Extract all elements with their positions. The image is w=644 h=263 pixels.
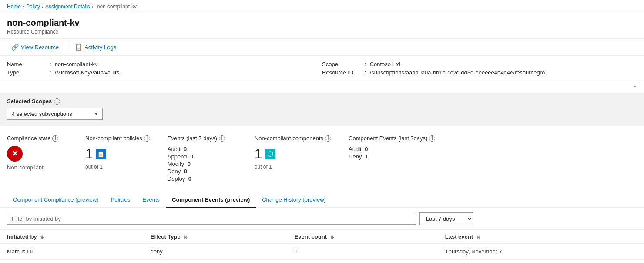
tab-policies[interactable]: Policies [105, 192, 137, 208]
info-scope-sep: : [365, 61, 366, 67]
collapse-icon: ⌃ [633, 85, 637, 91]
comp-event-audit: Audit 0 [349, 146, 435, 152]
event-audit: Audit 0 [168, 146, 237, 152]
tab-component-compliance[interactable]: Component Compliance (preview) [7, 192, 105, 208]
info-resource-id-sep: : [365, 69, 366, 76]
scope-dropdown[interactable]: 4 selected subscriptions [7, 108, 103, 120]
col-last-event: Last event ⇅ [438, 230, 644, 244]
scopes-info-icon[interactable]: i [54, 98, 60, 105]
page-title: non-compliant-kv [7, 18, 637, 28]
breadcrumb-policy[interactable]: Policy [26, 3, 40, 10]
tab-policies-label: Policies [111, 196, 131, 203]
tab-component-events[interactable]: Component Events (preview) [166, 192, 256, 208]
non-compliant-policies-block: Non-compliant policies i 1 out of 1 [85, 135, 150, 183]
filter-input[interactable] [7, 213, 416, 225]
non-compliant-components-info-icon[interactable]: i [325, 135, 331, 142]
info-resource-id-value: /subscriptions/aaaa0a0a-bb1b-cc2c-dd3d-e… [370, 69, 545, 76]
component-events-title: Component Events (last 7days) i [349, 135, 435, 142]
filter-bar: Last 7 days Last 30 days Custom range [0, 208, 644, 230]
component-icon [265, 149, 275, 159]
info-type-label: Type [7, 69, 46, 76]
event-deny-value: 0 [184, 168, 187, 175]
non-compliant-policies-label: Non-compliant policies [85, 135, 142, 142]
collapse-bar[interactable]: ⌃ [0, 83, 644, 93]
cell-event-count: 1 [288, 244, 438, 260]
tab-events-label: Events [142, 196, 160, 203]
comp-event-deny-label: Deny [349, 153, 363, 160]
chevron-down-icon [94, 113, 98, 115]
toolbar: 🔗 View Resource 📋 Activity Logs [0, 39, 644, 56]
breadcrumb: Home › Policy › Assignment Details › non… [0, 0, 644, 13]
tab-change-history-label: Change History (preview) [262, 196, 326, 203]
non-compliant-components-block: Non-compliant components i 1 out of 1 [255, 135, 331, 183]
tab-events[interactable]: Events [136, 192, 166, 208]
event-append-value: 0 [190, 153, 193, 160]
non-compliant-components-label: Non-compliant components [255, 135, 323, 142]
page-subtitle: Resource Compliance [7, 29, 637, 35]
breadcrumb-assignment-details[interactable]: Assignment Details [45, 3, 90, 10]
events-info-icon[interactable]: i [219, 135, 225, 142]
non-compliant-components-count: 1 [255, 146, 331, 162]
component-events-block: Component Events (last 7days) i Audit 0 … [349, 135, 435, 183]
tab-component-events-label: Component Events (preview) [172, 196, 250, 203]
col-effect-type-label: Effect Type [151, 233, 181, 240]
view-resource-label: View Resource [21, 44, 59, 51]
comp-event-deny: Deny 1 [349, 153, 435, 160]
non-compliant-policies-info-icon[interactable]: i [144, 135, 150, 142]
col-initiated-by: Initiated by ⇅ [0, 230, 144, 244]
non-compliant-policies-count: 1 [85, 146, 150, 162]
component-events-info-icon[interactable]: i [429, 135, 435, 142]
compliance-state-info-icon[interactable]: i [52, 135, 58, 142]
col-effect-type-sort[interactable]: ⇅ [184, 235, 187, 239]
col-initiated-by-label: Initiated by [7, 233, 37, 240]
cell-last-event: Thursday, November 7, [438, 244, 644, 260]
cell-initiated-by: Marcus Lil [0, 244, 144, 260]
col-initiated-by-sort[interactable]: ⇅ [40, 235, 44, 239]
scope-dropdown-value: 4 selected subscriptions [12, 111, 72, 117]
non-compliant-components-title: Non-compliant components i [255, 135, 331, 142]
view-resource-button[interactable]: 🔗 View Resource [7, 41, 63, 53]
event-audit-value: 0 [184, 146, 187, 152]
info-right: Scope : Contoso Ltd. Resource ID : /subs… [322, 61, 637, 78]
compliance-state-title: Compliance state i [7, 135, 68, 142]
event-append-label: Append [168, 153, 188, 160]
col-event-count: Event count ⇅ [288, 230, 438, 244]
link-icon: 🔗 [11, 44, 19, 51]
info-name-value: non-compliant-kv [55, 61, 98, 67]
col-event-count-sort[interactable]: ⇅ [330, 235, 334, 239]
time-range-select[interactable]: Last 7 days Last 30 days Custom range [419, 212, 473, 225]
info-name-row: Name : non-compliant-kv [7, 61, 322, 67]
breadcrumb-current: non-compliant-kv [97, 3, 137, 10]
info-scope-value: Contoso Ltd. [370, 61, 402, 67]
event-append: Append 0 [168, 153, 237, 160]
event-audit-label: Audit [168, 146, 182, 152]
info-name-sep: : [50, 61, 51, 67]
table-header-row: Initiated by ⇅ Effect Type ⇅ Event count… [0, 230, 644, 244]
comp-event-deny-value: 1 [365, 153, 368, 160]
page-header: non-compliant-kv Resource Compliance [0, 13, 644, 39]
policy-icon [96, 149, 106, 159]
activity-icon: 📋 [75, 44, 82, 51]
scopes-section: Selected Scopes i 4 selected subscriptio… [0, 93, 644, 126]
col-effect-type: Effect Type ⇅ [144, 230, 288, 244]
activity-logs-button[interactable]: 📋 Activity Logs [70, 41, 121, 53]
col-last-event-sort[interactable]: ⇅ [476, 235, 480, 239]
non-compliant-components-out-of: out of 1 [255, 164, 331, 170]
data-table: Initiated by ⇅ Effect Type ⇅ Event count… [0, 230, 644, 260]
tab-change-history[interactable]: Change History (preview) [256, 192, 332, 208]
cell-effect-type: deny [144, 244, 288, 260]
breadcrumb-home[interactable]: Home [7, 3, 21, 10]
compliance-state-block: Compliance state i Non-compliant [7, 135, 68, 183]
events-title: Events (last 7 days) i [168, 135, 237, 142]
breadcrumb-sep-1: › [23, 3, 24, 10]
col-last-event-label: Last event [445, 233, 473, 240]
non-compliant-policies-out-of: out of 1 [85, 164, 150, 170]
info-name-label: Name [7, 61, 46, 67]
scopes-label-text: Selected Scopes [7, 98, 52, 105]
compliance-state-label: Compliance state [7, 135, 50, 142]
activity-logs-label: Activity Logs [84, 44, 116, 51]
info-type-value: /Microsoft.KeyVault/vaults [55, 69, 120, 76]
comp-event-audit-label: Audit [349, 146, 363, 152]
component-events-label: Component Events (last 7days) [349, 135, 427, 142]
non-compliant-policies-title: Non-compliant policies i [85, 135, 150, 142]
